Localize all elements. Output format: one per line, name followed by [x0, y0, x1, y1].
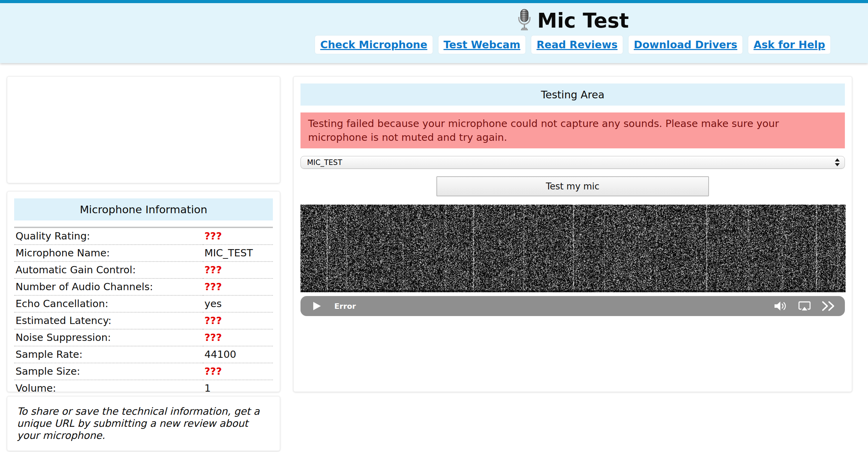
info-row-automatic-gain-control: Automatic Gain Control: ???: [14, 262, 273, 278]
microphone-icon: [516, 9, 532, 33]
info-value: ???: [203, 312, 273, 329]
spectrogram-canvas: [300, 205, 846, 292]
info-value: ???: [203, 329, 273, 346]
info-label: Noise Suppression:: [14, 329, 203, 346]
info-label: Microphone Name:: [14, 245, 203, 262]
info-value: 1: [203, 380, 273, 397]
nav-check-microphone[interactable]: Check Microphone: [315, 36, 432, 54]
play-icon[interactable]: [313, 302, 321, 311]
info-label: Number of Audio Channels:: [14, 278, 203, 295]
info-row-quality-rating: Quality Rating: ???: [14, 228, 273, 245]
microphone-information-title: Microphone Information: [14, 198, 273, 220]
info-value: MIC_TEST: [203, 245, 273, 262]
info-label: Sample Size:: [14, 363, 203, 380]
info-value: ???: [203, 228, 273, 245]
info-label: Echo Cancellation:: [14, 295, 203, 312]
microphone-select-value: MIC_TEST: [307, 158, 342, 167]
info-label: Volume:: [14, 380, 203, 397]
info-row-audio-channels: Number of Audio Channels: ???: [14, 278, 273, 295]
site-header: Mic Test Check Microphone Test Webcam Re…: [0, 3, 868, 63]
top-accent-bar: [0, 0, 868, 3]
info-row-sample-rate: Sample Rate: 44100: [14, 346, 273, 363]
microphone-information-panel: Microphone Information Quality Rating: ?…: [7, 191, 280, 392]
info-value: ???: [203, 262, 273, 278]
info-value: ???: [203, 278, 273, 295]
info-row-echo-cancellation: Echo Cancellation: yes: [14, 295, 273, 312]
nav-ask-for-help[interactable]: Ask for Help: [748, 36, 830, 54]
microphone-select[interactable]: MIC_TEST: [300, 156, 845, 169]
page-title: Mic Test: [537, 9, 629, 32]
player-status-text: Error: [334, 302, 774, 311]
info-row-noise-suppression: Noise Suppression: ???: [14, 329, 273, 346]
share-info-note-card: To share or save the technical informati…: [7, 396, 280, 451]
media-placeholder-box: [7, 76, 280, 183]
info-label: Estimated Latency:: [14, 312, 203, 329]
main-nav: Check Microphone Test Webcam Read Review…: [293, 36, 852, 54]
volume-icon[interactable]: [774, 301, 788, 312]
info-value: ???: [203, 363, 273, 380]
info-label: Quality Rating:: [14, 228, 203, 245]
testing-error-message: Testing failed because your microphone c…: [300, 112, 845, 148]
info-row-sample-size: Sample Size: ???: [14, 363, 273, 380]
testing-area-title: Testing Area: [300, 83, 845, 106]
nav-read-reviews[interactable]: Read Reviews: [531, 36, 623, 54]
nav-test-webcam[interactable]: Test Webcam: [438, 36, 526, 54]
info-label: Automatic Gain Control:: [14, 262, 203, 278]
info-value: yes: [203, 295, 273, 312]
audio-player-bar[interactable]: Error: [300, 296, 845, 316]
info-row-estimated-latency: Estimated Latency: ???: [14, 312, 273, 329]
microphone-information-table: Quality Rating: ??? Microphone Name: MIC…: [14, 228, 273, 397]
select-stepper-icon: [835, 158, 840, 166]
test-my-mic-button[interactable]: Test my mic: [436, 176, 709, 196]
share-info-note: To share or save the technical informati…: [17, 405, 270, 442]
testing-area-panel: Testing Area Testing failed because your…: [293, 76, 852, 392]
info-row-volume: Volume: 1: [14, 380, 273, 397]
airplay-icon[interactable]: [798, 301, 811, 312]
nav-download-drivers[interactable]: Download Drivers: [629, 36, 742, 54]
info-label: Sample Rate:: [14, 346, 203, 363]
info-row-microphone-name: Microphone Name: MIC_TEST: [14, 245, 273, 262]
fast-forward-chevrons-icon[interactable]: [821, 301, 836, 311]
info-value: 44100: [203, 346, 273, 363]
